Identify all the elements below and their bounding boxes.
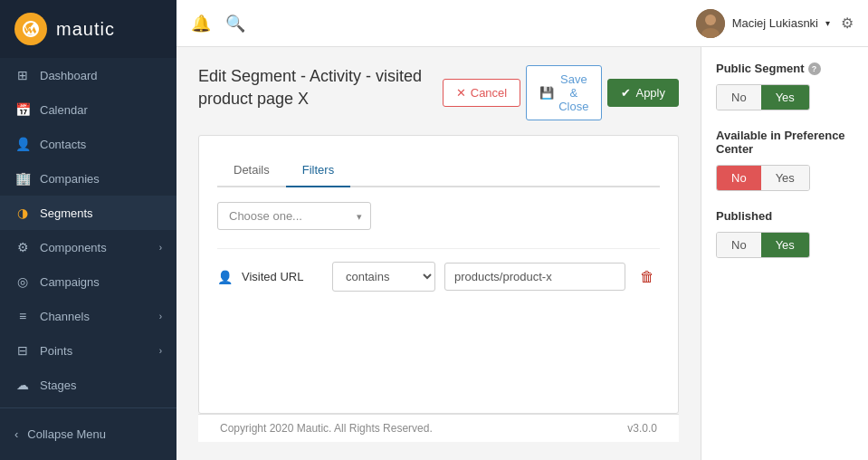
sidebar-item-label: Companies bbox=[40, 172, 162, 186]
search-icon[interactable]: 🔍 bbox=[225, 14, 245, 34]
sidebar-item-companies[interactable]: 🏢 Companies bbox=[0, 161, 176, 196]
trash-icon: 🗑 bbox=[640, 269, 654, 284]
version-text: v3.0.0 bbox=[627, 422, 657, 435]
sidebar-item-contacts[interactable]: 👤 Contacts bbox=[0, 127, 176, 161]
calendar-icon: 📅 bbox=[14, 102, 31, 117]
preference-center-no-button[interactable]: No bbox=[717, 166, 761, 190]
save-icon: 💾 bbox=[539, 86, 554, 100]
published-section: Published No Yes bbox=[716, 209, 854, 258]
tab-filters-label: Filters bbox=[302, 163, 334, 177]
preference-center-section: Available in Preference Center No Yes bbox=[716, 129, 854, 191]
logo-text: mautic bbox=[56, 19, 115, 40]
sidebar-item-channels[interactable]: ≡ Channels › bbox=[0, 299, 176, 333]
segments-icon: ◑ bbox=[14, 206, 31, 220]
channels-icon: ≡ bbox=[14, 309, 31, 323]
dashboard-icon: ⊞ bbox=[14, 68, 31, 82]
apply-label: Apply bbox=[635, 86, 665, 100]
page-footer: Copyright 2020 Mautic. All Rights Reserv… bbox=[198, 414, 679, 442]
apply-button[interactable]: ✔ Apply bbox=[607, 79, 679, 107]
filter-row-label: Visited URL bbox=[242, 270, 323, 283]
tabs: Details Filters bbox=[217, 154, 660, 187]
chevron-right-icon: › bbox=[159, 311, 162, 321]
sidebar-item-label: Calendar bbox=[40, 103, 162, 117]
points-icon: ⊟ bbox=[14, 343, 31, 358]
sidebar-item-reports[interactable]: 📈 Reports bbox=[0, 402, 176, 407]
copyright-text: Copyright 2020 Mautic. All Rights Reserv… bbox=[220, 422, 433, 435]
sidebar-logo[interactable]: mautic bbox=[0, 0, 176, 58]
published-label: Published bbox=[716, 209, 854, 223]
avatar bbox=[696, 9, 725, 38]
sidebar-item-label: Campaigns bbox=[40, 275, 162, 289]
published-no-button[interactable]: No bbox=[717, 233, 761, 257]
public-segment-no-button[interactable]: No bbox=[717, 85, 761, 110]
preference-center-label: Available in Preference Center bbox=[716, 129, 854, 156]
filter-value-input[interactable] bbox=[444, 263, 625, 291]
preference-center-toggle: No Yes bbox=[716, 165, 810, 191]
published-yes-button[interactable]: Yes bbox=[761, 233, 809, 257]
apply-icon: ✔ bbox=[621, 86, 631, 100]
published-toggle: No Yes bbox=[716, 232, 810, 258]
page-actions: ✕ Cancel 💾 Save & Close ✔ Apply bbox=[443, 65, 679, 120]
public-segment-toggle: No Yes bbox=[716, 84, 810, 110]
svg-point-1 bbox=[705, 14, 716, 25]
sidebar-item-calendar[interactable]: 📅 Calendar bbox=[0, 92, 176, 127]
public-segment-help-icon[interactable]: ? bbox=[808, 62, 821, 75]
stages-icon: ☁ bbox=[14, 378, 31, 392]
topbar-left: 🔔 🔍 bbox=[191, 14, 245, 34]
tab-details-label: Details bbox=[234, 163, 270, 177]
filter-row-icon: 👤 bbox=[217, 270, 233, 284]
sidebar-item-label: Contacts bbox=[40, 138, 162, 151]
campaigns-icon: ◎ bbox=[14, 274, 31, 289]
sidebar-item-label: Stages bbox=[40, 379, 162, 392]
public-segment-label: Public Segment ? bbox=[716, 62, 854, 75]
contacts-icon: 👤 bbox=[14, 137, 31, 151]
main: 🔔 🔍 Maciej Lukiasnki ▾ ⚙ bbox=[176, 0, 868, 460]
sidebar-item-segments[interactable]: ◑ Segments bbox=[0, 196, 176, 230]
filter-select-wrapper: Choose one... ▾ bbox=[217, 202, 371, 230]
public-segment-yes-button[interactable]: Yes bbox=[761, 85, 809, 110]
filter-delete-button[interactable]: 🗑 bbox=[634, 265, 660, 289]
sidebar-item-label: Dashboard bbox=[40, 69, 162, 82]
cancel-label: Cancel bbox=[471, 86, 507, 100]
sidebar-item-points[interactable]: ⊟ Points › bbox=[0, 333, 176, 368]
page-title: Edit Segment - Activity - visited produc… bbox=[198, 65, 443, 110]
page-header: Edit Segment - Activity - visited produc… bbox=[198, 65, 679, 120]
tab-details[interactable]: Details bbox=[217, 154, 286, 187]
user-menu[interactable]: Maciej Lukiasnki ▾ bbox=[696, 9, 830, 38]
preference-center-yes-button[interactable]: Yes bbox=[761, 166, 809, 190]
save-label: Save & Close bbox=[558, 72, 588, 113]
save-close-button[interactable]: 💾 Save & Close bbox=[526, 65, 602, 120]
filter-row: 👤 Visited URL contains does not contain … bbox=[217, 248, 660, 304]
topbar-right: Maciej Lukiasnki ▾ ⚙ bbox=[696, 9, 854, 38]
cancel-icon: ✕ bbox=[456, 86, 466, 100]
filter-condition-select[interactable]: contains does not contain starts with en… bbox=[332, 262, 435, 292]
chevron-right-icon: › bbox=[159, 346, 162, 356]
topbar: 🔔 🔍 Maciej Lukiasnki ▾ ⚙ bbox=[176, 0, 868, 47]
sidebar-item-label: Points bbox=[40, 344, 150, 358]
user-name: Maciej Lukiasnki bbox=[732, 16, 818, 30]
gear-icon[interactable]: ⚙ bbox=[841, 14, 854, 32]
logo-icon bbox=[14, 13, 47, 45]
user-dropdown-icon: ▾ bbox=[825, 18, 830, 28]
content-area: Edit Segment - Activity - visited produc… bbox=[176, 47, 868, 460]
sidebar-collapse-button[interactable]: ‹ Collapse Menu bbox=[0, 417, 176, 451]
sidebar: mautic ⊞ Dashboard 📅 Calendar 👤 Contacts… bbox=[0, 0, 176, 460]
sidebar-item-stages[interactable]: ☁ Stages bbox=[0, 368, 176, 402]
collapse-icon: ‹ bbox=[14, 427, 18, 441]
main-card: Details Filters Choose one... ▾ bbox=[198, 135, 679, 414]
sidebar-nav: ⊞ Dashboard 📅 Calendar 👤 Contacts 🏢 Comp… bbox=[0, 58, 176, 407]
sidebar-item-components[interactable]: ⚙ Components › bbox=[0, 230, 176, 264]
sidebar-item-label: Channels bbox=[40, 310, 150, 323]
public-segment-section: Public Segment ? No Yes bbox=[716, 62, 854, 110]
bell-icon[interactable]: 🔔 bbox=[191, 14, 211, 34]
cancel-button[interactable]: ✕ Cancel bbox=[443, 79, 520, 107]
filter-type-select[interactable]: Choose one... bbox=[217, 202, 371, 230]
sidebar-item-label: Segments bbox=[40, 206, 162, 220]
tab-filters[interactable]: Filters bbox=[286, 154, 350, 187]
sidebar-item-dashboard[interactable]: ⊞ Dashboard bbox=[0, 58, 176, 92]
sidebar-bottom: ‹ Collapse Menu bbox=[0, 407, 176, 460]
components-icon: ⚙ bbox=[14, 240, 31, 254]
sidebar-item-campaigns[interactable]: ◎ Campaigns bbox=[0, 264, 176, 299]
filter-dropdown: Choose one... ▾ bbox=[217, 202, 660, 230]
right-panel: Public Segment ? No Yes Available in Pre… bbox=[701, 47, 868, 460]
